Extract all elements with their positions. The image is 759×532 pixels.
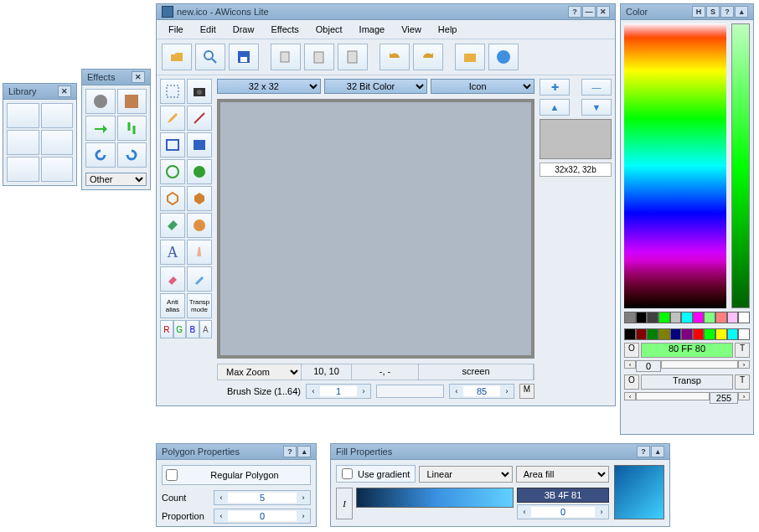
- menu-object[interactable]: Object: [307, 22, 351, 37]
- count-inc-button[interactable]: ›: [297, 491, 310, 504]
- color-swatch[interactable]: [681, 312, 693, 323]
- rect-tool[interactable]: [160, 132, 185, 158]
- gradient-hex[interactable]: 3B 4F 81: [517, 488, 609, 503]
- brush-size-spinner[interactable]: ‹ 1 ›: [306, 384, 371, 399]
- color-swatch[interactable]: [658, 312, 670, 323]
- alpha-slider[interactable]: [636, 392, 710, 400]
- library-item-button[interactable]: [7, 130, 39, 155]
- alpha-dec-button[interactable]: ‹: [624, 392, 636, 400]
- anti-alias-button[interactable]: Anti alias: [160, 293, 185, 318]
- color-hex-value[interactable]: 80 FF 80: [641, 343, 733, 358]
- color-swatch[interactable]: [624, 328, 636, 340]
- color-swatch[interactable]: [670, 312, 682, 323]
- fill-area-dropdown[interactable]: Area fill: [516, 466, 609, 483]
- replace-color-tool[interactable]: [187, 213, 212, 238]
- copy-button[interactable]: [271, 44, 301, 70]
- menu-file[interactable]: File: [160, 22, 192, 37]
- invert-gradient-button[interactable]: I: [336, 488, 353, 519]
- color-swatch[interactable]: [715, 328, 727, 340]
- color-o-button-1[interactable]: O: [624, 343, 639, 358]
- ellipse-fill-tool[interactable]: [187, 159, 212, 184]
- grad-inc-button[interactable]: ›: [595, 505, 608, 519]
- slider-dec-button[interactable]: ‹: [624, 360, 636, 369]
- gradient-pos-spinner[interactable]: ‹ 0 ›: [517, 504, 609, 519]
- library-close-icon[interactable]: ✕: [58, 85, 71, 97]
- color-swatch[interactable]: [738, 312, 750, 323]
- effect-texture-button[interactable]: [117, 89, 147, 114]
- count-dec-button[interactable]: ‹: [214, 491, 228, 504]
- brush-dec-button[interactable]: ‹: [307, 385, 320, 398]
- main-title-bar[interactable]: new.ico - AWicons Lite ? — ✕: [157, 4, 615, 20]
- effect-rotate-left-button[interactable]: [85, 142, 116, 168]
- color-swatch[interactable]: [715, 312, 727, 323]
- color-h-button[interactable]: H: [692, 6, 705, 18]
- library-open-button[interactable]: [41, 103, 74, 128]
- use-gradient-checkbox[interactable]: Use gradient: [336, 465, 416, 483]
- color-swatch[interactable]: [704, 328, 715, 340]
- color-swatch[interactable]: [647, 328, 658, 340]
- format-down-button[interactable]: ▼: [581, 99, 612, 116]
- library-add-button[interactable]: [7, 157, 39, 182]
- poly-help-button[interactable]: ?: [283, 446, 297, 457]
- color-t-button-2[interactable]: T: [735, 374, 750, 390]
- color-swatch[interactable]: [727, 312, 739, 323]
- color-field[interactable]: [624, 23, 726, 308]
- color-swatch[interactable]: [704, 312, 715, 323]
- save-button[interactable]: [229, 44, 259, 70]
- scale-inc-button[interactable]: ›: [500, 385, 514, 398]
- color-depth-dropdown[interactable]: 32 Bit Color: [324, 79, 428, 94]
- type-dropdown[interactable]: Icon: [431, 79, 534, 94]
- library-new-button[interactable]: [7, 103, 39, 128]
- close-button[interactable]: ✕: [596, 6, 610, 18]
- color-swatch[interactable]: [624, 312, 636, 323]
- regular-polygon-checkbox[interactable]: Regular Polygon: [162, 465, 311, 485]
- gradient-type-dropdown[interactable]: Linear: [419, 466, 512, 483]
- proportion-spinner[interactable]: ‹ 0 ›: [214, 509, 311, 524]
- color-swatch[interactable]: [727, 328, 739, 340]
- add-format-button[interactable]: ✚: [540, 79, 570, 96]
- search-button[interactable]: [195, 44, 225, 70]
- scale-m-button[interactable]: M: [519, 384, 534, 399]
- polygon-fill-tool[interactable]: [187, 186, 212, 211]
- hue-strip[interactable]: [731, 23, 750, 308]
- paste-button[interactable]: [304, 44, 334, 70]
- color-swatch[interactable]: [636, 328, 648, 340]
- menu-help[interactable]: Help: [430, 22, 466, 37]
- library-remove-button[interactable]: [41, 157, 74, 182]
- menu-view[interactable]: View: [393, 22, 430, 37]
- color-swatch[interactable]: [658, 328, 670, 340]
- prop-inc-button[interactable]: ›: [297, 509, 310, 523]
- channel-g-button[interactable]: G: [173, 320, 187, 338]
- effect-flip-h-button[interactable]: [85, 116, 116, 141]
- poly-collapse-button[interactable]: ▴: [297, 446, 311, 457]
- count-spinner[interactable]: ‹ 5 ›: [214, 490, 311, 505]
- pencil-tool[interactable]: [160, 106, 185, 131]
- color-swatch[interactable]: [681, 328, 693, 340]
- color-slider-1[interactable]: [661, 360, 738, 369]
- color-swatch[interactable]: [670, 328, 682, 340]
- color-help-button[interactable]: ?: [720, 6, 734, 18]
- fill-help-button[interactable]: ?: [637, 446, 650, 457]
- color-swatch[interactable]: [636, 312, 648, 323]
- polygon-tool[interactable]: [160, 186, 185, 211]
- canvas[interactable]: [217, 99, 534, 359]
- web-button[interactable]: [455, 44, 485, 70]
- paste-special-button[interactable]: [338, 44, 368, 70]
- effects-close-icon[interactable]: ✕: [132, 71, 145, 83]
- color-swatch[interactable]: [693, 328, 705, 340]
- color-swatch[interactable]: [647, 312, 658, 323]
- minimize-button[interactable]: —: [582, 6, 596, 18]
- open-button[interactable]: [162, 44, 192, 70]
- channel-a-button[interactable]: A: [199, 320, 213, 338]
- color-swatch[interactable]: [693, 312, 705, 323]
- menu-draw[interactable]: Draw: [225, 22, 263, 37]
- text-tool[interactable]: A: [160, 240, 185, 265]
- transp-label[interactable]: Transp: [641, 374, 733, 390]
- finger-tool[interactable]: [187, 240, 212, 265]
- menu-effects[interactable]: Effects: [262, 22, 307, 37]
- menu-edit[interactable]: Edit: [192, 22, 225, 37]
- effects-other-dropdown[interactable]: Other: [85, 173, 147, 186]
- color-o-button-2[interactable]: O: [624, 374, 639, 390]
- slider-inc-button[interactable]: ›: [738, 360, 750, 369]
- menu-image[interactable]: Image: [351, 22, 394, 37]
